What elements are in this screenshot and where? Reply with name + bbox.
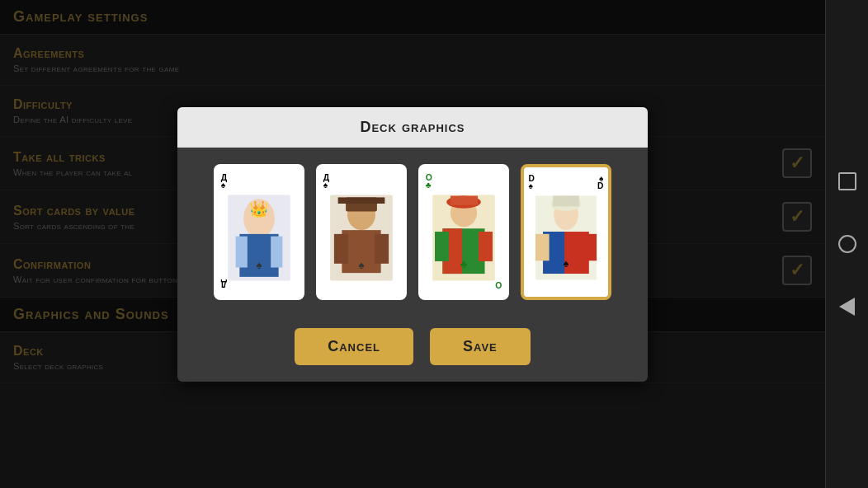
save-button[interactable]: Save: [430, 328, 531, 365]
svg-rect-17: [338, 197, 385, 204]
card-face-3: О ♣ О: [421, 167, 507, 298]
modal-body: Д ♠ Д 👑 ♠: [177, 148, 648, 317]
svg-rect-20: [375, 233, 389, 263]
recent-apps-button[interactable]: [833, 167, 862, 196]
home-button[interactable]: [833, 229, 862, 259]
svg-text:О: О: [495, 281, 502, 290]
android-nav: [825, 0, 868, 488]
svg-text:♠: ♠: [529, 181, 534, 190]
deck-graphics-modal: Deck graphics Д ♠ Д: [177, 107, 648, 382]
svg-text:👑: 👑: [249, 199, 269, 218]
card-svg-3: О ♣ О: [421, 167, 507, 298]
svg-text:♠: ♠: [323, 181, 328, 190]
card-option-2[interactable]: Д ♠ ♠: [316, 164, 407, 300]
svg-text:♠: ♠: [599, 173, 604, 182]
modal-overlay: Deck graphics Д ♠ Д: [0, 0, 825, 488]
back-button[interactable]: [833, 292, 862, 321]
card-svg-4: D ♠ D ♠: [524, 167, 608, 297]
svg-text:♠: ♠: [256, 259, 262, 271]
triangle-icon: [839, 298, 855, 316]
svg-rect-19: [334, 233, 348, 263]
card-face-4: D ♠ D ♠: [524, 167, 608, 297]
svg-text:♠: ♠: [564, 256, 569, 269]
modal-footer: Cancel Save: [177, 317, 648, 382]
svg-text:♣: ♣: [426, 181, 432, 190]
svg-text:♠: ♠: [358, 259, 364, 271]
modal-header: Deck graphics: [177, 107, 648, 148]
card-svg-1: Д ♠ Д 👑 ♠: [216, 167, 302, 298]
svg-rect-8: [271, 236, 282, 267]
cancel-button[interactable]: Cancel: [295, 328, 413, 365]
svg-text:♠: ♠: [221, 181, 226, 190]
modal-title: Deck graphics: [194, 119, 631, 136]
card-option-3[interactable]: О ♣ О: [418, 164, 509, 300]
svg-rect-33: [479, 232, 493, 261]
card-option-1[interactable]: Д ♠ Д 👑 ♠: [214, 164, 304, 300]
circle-icon: [838, 235, 856, 253]
square-icon: [838, 172, 856, 190]
card-option-4[interactable]: D ♠ D ♠: [521, 164, 611, 300]
card-face-2: Д ♠ ♠: [318, 167, 404, 298]
svg-rect-29: [451, 195, 478, 204]
card-face-1: Д ♠ Д 👑 ♠: [216, 167, 302, 298]
svg-rect-47: [583, 233, 597, 260]
svg-text:Д: Д: [220, 279, 227, 288]
card-svg-2: Д ♠ ♠: [318, 167, 404, 298]
svg-rect-7: [236, 236, 248, 267]
svg-rect-46: [535, 233, 550, 260]
svg-rect-32: [435, 232, 449, 261]
svg-text:♣: ♣: [460, 257, 468, 270]
svg-rect-43: [553, 195, 579, 206]
main-content: Gameplay settings Agreements Set differe…: [0, 0, 825, 488]
